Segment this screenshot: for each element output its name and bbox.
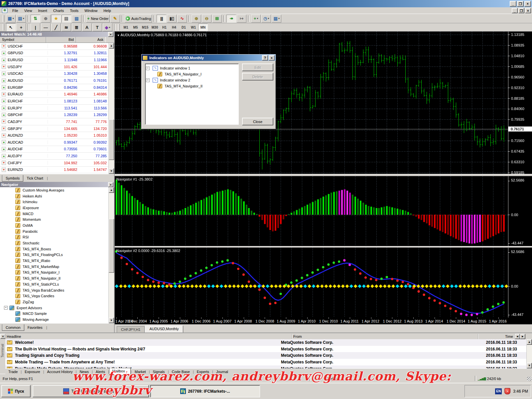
tab-symbols[interactable]: Symbols: [2, 175, 23, 182]
column-from[interactable]: From: [292, 334, 478, 339]
text-label-button[interactable]: T: [92, 23, 102, 31]
navigator-scrollbar[interactable]: ▲ ▼: [108, 187, 114, 323]
terminal-tab-alerts[interactable]: Alerts: [93, 369, 108, 374]
market-watch-row-eurcad[interactable]: ▲EURCAD1.460141.46059: [0, 173, 114, 174]
column-time[interactable]: Time: [478, 334, 515, 339]
close-button[interactable]: ×: [524, 1, 531, 7]
column-bid[interactable]: Bid: [46, 37, 76, 43]
status-profile[interactable]: Default: [328, 377, 339, 381]
periods-button[interactable]: ◷▾: [261, 15, 271, 23]
navigator-item[interactable]: ƒMomentum: [0, 216, 114, 222]
scroll-right-icon[interactable]: ▶: [520, 334, 525, 339]
market-watch-scrollbar[interactable]: ▲ ▼: [108, 43, 114, 174]
timeframe-m15[interactable]: M15: [140, 24, 150, 31]
close-button[interactable]: Close: [242, 118, 273, 125]
market-watch-row-usdchf[interactable]: ▼USDCHF0.965880.96608: [0, 43, 114, 50]
terminal-tab-signals[interactable]: Signals: [150, 369, 168, 374]
zoom-in-button[interactable]: ⊕: [192, 15, 201, 23]
timeframe-h4[interactable]: H4: [169, 24, 179, 31]
chart-header[interactable]: ▼ AUDUSD,Monthly 0.75869 0.76183 0.74886…: [117, 33, 207, 37]
zoom-out-button[interactable]: ⊖: [202, 15, 211, 23]
market-watch-close-icon[interactable]: ×: [108, 32, 113, 37]
window-splitter[interactable]: [115, 174, 532, 176]
terminal-tab-news[interactable]: News: [76, 369, 92, 374]
minimize-button[interactable]: _: [510, 1, 516, 7]
cursor-button[interactable]: ↖: [6, 23, 16, 31]
fibonacci-button[interactable]: ≣: [72, 23, 81, 31]
navigator-item[interactable]: ƒiExposure: [0, 205, 114, 211]
terminal-tab-experts[interactable]: Experts: [194, 369, 212, 374]
market-watch-row-audjpy[interactable]: ▲AUDJPY77.25077.285: [0, 153, 114, 160]
dialog-indicator-list[interactable]: − ∿ Indicator window 1 ƒ TAS_MT4_Navigat…: [145, 64, 239, 125]
tile-windows-button[interactable]: ⊞: [212, 15, 222, 23]
navigator-item[interactable]: ƒTAS_MT4_Navigator_II: [0, 275, 114, 281]
profiles-button[interactable]: ▤▾: [16, 15, 26, 23]
mailbox-row[interactable]: Mobile Trading — Trade from Anywhere at …: [5, 359, 527, 365]
market-watch-row-audnzd[interactable]: ▼AUDNZD1.052301.05310: [0, 132, 114, 139]
chart-dropdown-icon[interactable]: ▼: [117, 34, 120, 37]
start-button[interactable]: Пуск: [1, 385, 31, 397]
scroll-thumb[interactable]: [109, 219, 114, 273]
navigator-item[interactable]: ƒTAS_MT4_Navigator_I: [0, 270, 114, 276]
navigator-close-icon[interactable]: ×: [108, 182, 113, 187]
metaeditor-button[interactable]: ✎: [110, 15, 120, 23]
timeframe-mn[interactable]: MN: [198, 24, 208, 31]
timeframe-d1[interactable]: D1: [179, 24, 189, 31]
column-headline[interactable]: Headline: [5, 334, 292, 339]
column-ask[interactable]: Ask: [76, 37, 105, 43]
market-watch-row-euraud[interactable]: ▼EURAUD1.469461.46986: [0, 91, 114, 98]
market-watch-row-audchf[interactable]: ▲AUDCHF0.735560.73601: [0, 146, 114, 153]
scroll-up-icon[interactable]: ▲: [109, 43, 114, 49]
timeframe-w1[interactable]: W1: [189, 24, 198, 31]
indicators-list-button[interactable]: +▾: [251, 15, 261, 23]
chart-shift-button[interactable]: ↦: [237, 15, 246, 23]
collapse-icon[interactable]: −: [4, 306, 8, 310]
taskbar-item-total-commander[interactable]: Total Commander 8.52a ...: [33, 385, 149, 397]
market-watch-row-eurgbp[interactable]: ▲EURGBP0.842960.84314: [0, 84, 114, 91]
navigator-item[interactable]: ƒHeiken Ashi: [0, 193, 114, 199]
navigator-item[interactable]: ƒTAS_MT4_Boxes: [0, 246, 114, 252]
menu-file[interactable]: File: [9, 8, 21, 14]
timeframe-m5[interactable]: M5: [131, 24, 140, 31]
navigator2-indicator-window[interactable]: [115, 248, 532, 318]
tab-common[interactable]: Common: [2, 324, 24, 331]
menu-help[interactable]: Help: [100, 8, 114, 14]
taskbar-item-mt4[interactable]: 267769: IFCMarkets-...: [150, 385, 260, 397]
market-watch-row-chfjpy[interactable]: ▼CHFJPY104.992105.032: [0, 160, 114, 167]
scroll-down-icon[interactable]: ▼: [109, 318, 114, 323]
arrow-shapes-button[interactable]: ◈▾: [103, 23, 112, 31]
market-watch-row-usdjpy[interactable]: ▼USDJPY101.426101.444: [0, 64, 114, 70]
navigator-item[interactable]: ƒTAS_MT4_StaticPCLs: [0, 281, 114, 287]
indicator-window-item[interactable]: Indicator window 2: [160, 78, 190, 82]
chart-tab-chfjpy[interactable]: CHFJPY,H1: [117, 326, 145, 332]
menu-window[interactable]: Window: [81, 8, 100, 14]
navigator-item[interactable]: ƒTAS_Vega Candles: [0, 293, 114, 299]
terminal-tab-code-base[interactable]: Code Base: [169, 369, 193, 374]
dialog-close-icon[interactable]: ×: [269, 55, 275, 61]
language-indicator[interactable]: EN: [495, 388, 502, 394]
navigator-item[interactable]: ƒTAS_Vega Bars&Candles: [0, 287, 114, 293]
navigator-group-expert-advisors[interactable]: −Expert Advisors: [0, 305, 114, 311]
horizontal-line-button[interactable]: —: [41, 23, 51, 31]
market-watch-row-audcad[interactable]: ▲AUDCAD0.993470.99392: [0, 139, 114, 146]
navigator-item[interactable]: ƒParabolic: [0, 228, 114, 234]
market-watch-row-usdcad[interactable]: ▲USDCAD1.304281.30458: [0, 70, 114, 77]
terminal-close-icon[interactable]: ×: [0, 334, 6, 339]
scroll-down-icon[interactable]: ▼: [109, 168, 114, 174]
navigator-item[interactable]: ƒCustom Moving Averages: [0, 187, 114, 193]
tab-favorites[interactable]: Favorites: [24, 325, 46, 331]
collapse-icon[interactable]: −: [146, 78, 150, 82]
column-symbol[interactable]: Symbol: [0, 37, 46, 43]
delete-button[interactable]: Delete: [242, 73, 273, 80]
market-watch-row-eurusd[interactable]: ▲EURUSD1.119481.11966: [0, 57, 114, 64]
terminal-toggle-button[interactable]: ▤: [62, 15, 71, 23]
indicator-window-item[interactable]: Indicator window 1: [160, 66, 190, 70]
menu-tools[interactable]: Tools: [67, 8, 81, 14]
strategy-tester-button[interactable]: ▧: [72, 15, 81, 23]
collapse-icon[interactable]: −: [146, 66, 150, 70]
scroll-up-icon[interactable]: ▲: [109, 187, 114, 193]
terminal-tab-journal[interactable]: Journal: [213, 369, 231, 374]
dialog-help-icon[interactable]: ?: [262, 55, 268, 61]
tab-tick-chart[interactable]: Tick Chart: [23, 175, 47, 181]
menu-view[interactable]: View: [21, 8, 35, 14]
